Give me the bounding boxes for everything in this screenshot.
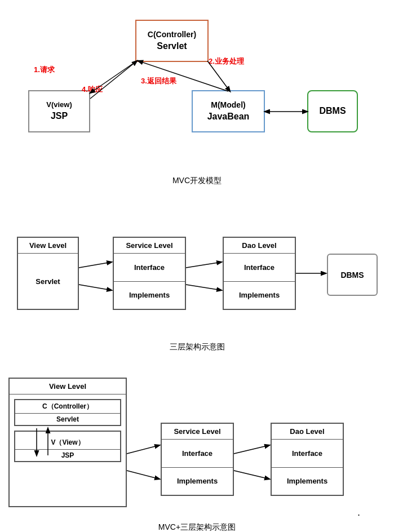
outer-view-label: View Level xyxy=(10,379,126,394)
svg-line-15 xyxy=(234,471,269,479)
model-box: M(Model) JavaBean xyxy=(192,90,265,132)
label-response: 4.响应 xyxy=(82,85,103,95)
dao3-row3: Implements xyxy=(272,468,343,495)
dao-box-3: Dao Level Interface Implements xyxy=(271,423,344,496)
ctrl-inner-row2: Servlet xyxy=(15,414,120,425)
outer-view-box: View Level C（Controller） Servlet V（View）… xyxy=(8,378,127,507)
ctrl-inner-row1: C（Controller） xyxy=(15,400,120,414)
view-level-row1: View Level xyxy=(18,238,78,254)
svg-line-6 xyxy=(79,285,112,290)
dao-level-row3: Implements xyxy=(224,282,295,309)
mvc-caption: MVC开发模型 xyxy=(172,176,222,186)
vview-inner-row1: V（View） xyxy=(15,436,120,450)
view-level-row2: Servlet xyxy=(18,254,78,309)
service-level-row1: Service Level xyxy=(114,238,185,254)
view-inner-box: V（View） JSP xyxy=(14,431,121,462)
dao-level-row1: Dao Level xyxy=(224,238,295,254)
label-request: 1.请求 xyxy=(34,65,55,75)
model-label: M(Model) xyxy=(211,100,245,111)
controller-inner-box: C（Controller） Servlet xyxy=(14,399,121,426)
svg-line-8 xyxy=(186,285,222,290)
model-sublabel: JavaBean xyxy=(207,110,250,123)
view-box: V(view) JSP xyxy=(28,90,90,132)
svg-line-13 xyxy=(127,471,160,479)
dot-mark: . xyxy=(357,507,360,518)
view-label: V(view) xyxy=(46,100,72,110)
view-level-box: View Level Servlet xyxy=(17,237,79,310)
service-level-row3: Implements xyxy=(114,282,185,309)
three-tier-diagram: View Level Servlet Service Level Interfa… xyxy=(0,203,394,355)
label-business: 2.业务处理 xyxy=(209,56,244,66)
svg-line-7 xyxy=(186,262,222,268)
three-tier-caption: 三层架构示意图 xyxy=(170,342,225,352)
dbms-box-1: DBMS xyxy=(307,90,358,132)
service-level-row2: Interface xyxy=(114,254,185,282)
mvc-diagram: C(Controller) Servlet V(view) JSP M(Mode… xyxy=(0,0,394,192)
controller-sublabel: Servlet xyxy=(157,40,187,52)
svc3-row2: Interface xyxy=(162,440,233,468)
dao3-row2: Interface xyxy=(272,440,343,468)
dao-level-row2: Interface xyxy=(224,254,295,282)
svg-line-5 xyxy=(79,262,112,268)
controller-box: C(Controller) Servlet xyxy=(135,20,209,62)
svg-line-12 xyxy=(127,445,160,454)
svg-line-14 xyxy=(234,445,269,454)
dao3-row1: Dao Level xyxy=(272,424,343,440)
mvc-three-tier-caption: MVC+三层架构示意图 xyxy=(158,522,236,532)
svc3-row1: Service Level xyxy=(162,424,233,440)
service-level-box: Service Level Interface Implements xyxy=(113,237,186,310)
dbms-label-2: DBMS xyxy=(340,271,364,280)
view-sublabel: JSP xyxy=(51,110,68,122)
vview-inner-row2: JSP xyxy=(15,450,120,461)
dao-level-box: Dao Level Interface Implements xyxy=(223,237,296,310)
dbms-label-1: DBMS xyxy=(319,105,346,117)
label-return: 3.返回结果 xyxy=(141,76,176,86)
dbms-box-2: DBMS xyxy=(327,254,378,296)
svc3-row3: Implements xyxy=(162,468,233,495)
service-box-3: Service Level Interface Implements xyxy=(161,423,234,496)
controller-label: C(Controller) xyxy=(148,29,196,41)
mvc-three-tier-diagram: View Level C（Controller） Servlet V（View）… xyxy=(0,366,394,532)
